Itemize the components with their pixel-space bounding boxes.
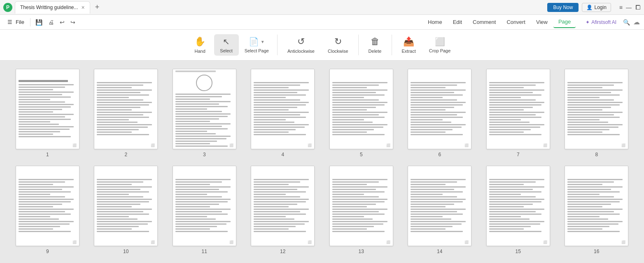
undo-button[interactable]: ↩ [57,17,67,27]
ai-icon: ✦ [586,19,590,25]
maximize-button[interactable]: ⧠ [635,4,641,11]
page-item-14[interactable]: ⬜14 [405,166,475,254]
nav-convert[interactable]: Convert [502,16,530,28]
page-number-7: 7 [517,152,520,157]
page-number-8: 8 [595,152,598,157]
page-thumb-1: ⬜ [16,69,79,149]
ai-label: Afirstsoft AI [591,19,616,25]
page-thumb-2: ⬜ [94,69,158,149]
select-page-button[interactable]: 📄 ▼ Select Page [240,34,273,56]
print-button[interactable]: 🖨 [46,17,56,27]
page-item-1[interactable]: ⬜1 [12,69,83,157]
cloud-icon[interactable]: ☁ [633,18,640,26]
page-item-16[interactable]: ⬜16 [562,166,632,254]
title-bar: P Thesis Writting guideline... × + Buy N… [0,0,644,15]
browser-tab[interactable]: Thesis Writting guideline... × [15,1,90,14]
page-thumb-4: ⬜ [251,69,315,149]
toolbar-separator-3 [392,35,392,55]
select-page-label: Select Page [245,48,269,53]
main-content: ⬜1⬜2⬜3⬜4⬜5⬜6⬜7⬜8⬜9⬜10⬜11⬜12⬜13⬜14⬜15⬜16 [0,61,644,263]
hand-icon: ✋ [194,36,205,47]
clockwise-label: Clockwise [328,49,348,54]
file-menu[interactable]: ☰ File [4,17,28,27]
anticlockwise-button[interactable]: ↺ Anticlockwise [282,34,320,56]
redo-button[interactable]: ↪ [68,17,78,27]
page-number-15: 15 [516,249,521,254]
page-item-7[interactable]: ⬜7 [483,69,553,157]
page-number-14: 14 [437,249,442,254]
search-button[interactable]: 🔍 [623,19,630,26]
page-thumb-5: ⬜ [329,69,393,149]
anticlockwise-label: Anticlockwise [287,49,315,54]
extract-icon: 📤 [403,36,414,47]
new-tab-button[interactable]: + [92,3,103,12]
extract-button[interactable]: 📤 Extract [396,34,422,56]
select-icon: ↖ [223,37,230,47]
app-logo: P [3,3,12,12]
save-button[interactable]: 💾 [33,17,45,27]
login-button[interactable]: 👤 Login [582,3,611,12]
page-item-10[interactable]: ⬜10 [91,166,161,254]
select-tool-button[interactable]: ↖ Select [214,34,239,56]
buy-now-button[interactable]: Buy Now [547,3,579,12]
nav-view[interactable]: View [531,16,553,28]
tab-title: Thesis Writting guideline... [20,5,78,10]
nav-page[interactable]: Page [553,16,576,28]
hand-tool-button[interactable]: ✋ Hand [188,34,212,56]
page-thumb-16: ⬜ [565,166,628,246]
page-item-8[interactable]: ⬜8 [562,69,632,157]
file-menu-label: ☰ [7,19,12,25]
page-thumb-15: ⬜ [486,166,550,246]
toolbar-separator-1 [277,35,278,55]
crop-page-label: Crop Page [429,48,451,53]
user-icon: 👤 [586,5,593,10]
page-number-12: 12 [280,249,285,254]
page-item-4[interactable]: ⬜4 [248,69,318,157]
page-thumb-6: ⬜ [408,69,471,149]
tab-close-button[interactable]: × [82,4,85,11]
nav-home[interactable]: Home [423,16,447,28]
page-item-13[interactable]: ⬜13 [326,166,397,254]
extract-label: Extract [402,49,416,54]
page-thumb-7: ⬜ [486,69,550,149]
page-number-10: 10 [123,249,128,254]
menu-icon[interactable]: ≡ [619,4,623,11]
page-item-5[interactable]: ⬜5 [326,69,397,157]
menu-actions: 💾 🖨 ↩ ↪ [33,17,78,27]
select-label: Select [220,48,233,53]
page-thumb-9: ⬜ [16,166,79,246]
page-item-2[interactable]: ⬜2 [91,69,161,157]
anticlockwise-icon: ↺ [297,36,305,47]
page-item-3[interactable]: ⬜3 [169,69,240,157]
nav-comment[interactable]: Comment [468,16,501,28]
page-item-11[interactable]: ⬜11 [169,166,240,254]
toolbar-separator-2 [358,35,359,55]
page-number-1: 1 [46,152,49,157]
page-number-4: 4 [281,152,284,157]
page-item-6[interactable]: ⬜6 [405,69,475,157]
nav-edit[interactable]: Edit [448,16,467,28]
page-item-15[interactable]: ⬜15 [483,166,553,254]
delete-icon: 🗑 [371,36,380,47]
page-item-9[interactable]: ⬜9 [12,166,83,254]
page-thumb-14: ⬜ [408,166,471,246]
pages-grid: ⬜1⬜2⬜3⬜4⬜5⬜6⬜7⬜8⬜9⬜10⬜11⬜12⬜13⬜14⬜15⬜16 [12,69,632,254]
page-thumb-3: ⬜ [173,69,236,149]
menu-divider-1 [30,18,30,26]
page-thumb-8: ⬜ [565,69,628,149]
minimize-button[interactable]: — [626,4,632,11]
page-number-16: 16 [594,249,599,254]
page-thumb-10: ⬜ [94,166,158,246]
page-item-12[interactable]: ⬜12 [248,166,318,254]
clockwise-button[interactable]: ↻ Clockwise [322,34,354,56]
crop-page-button[interactable]: ⬜ Crop Page [423,34,457,56]
delete-button[interactable]: 🗑 Delete [363,34,387,56]
page-thumb-11: ⬜ [173,166,236,246]
ai-button[interactable]: ✦ Afirstsoft AI [582,18,620,27]
crop-icon: ⬜ [435,37,445,47]
page-number-13: 13 [359,249,364,254]
page-number-5: 5 [360,152,363,157]
page-number-2: 2 [124,152,127,157]
page-thumb-13: ⬜ [329,166,393,246]
login-label: Login [594,5,606,10]
